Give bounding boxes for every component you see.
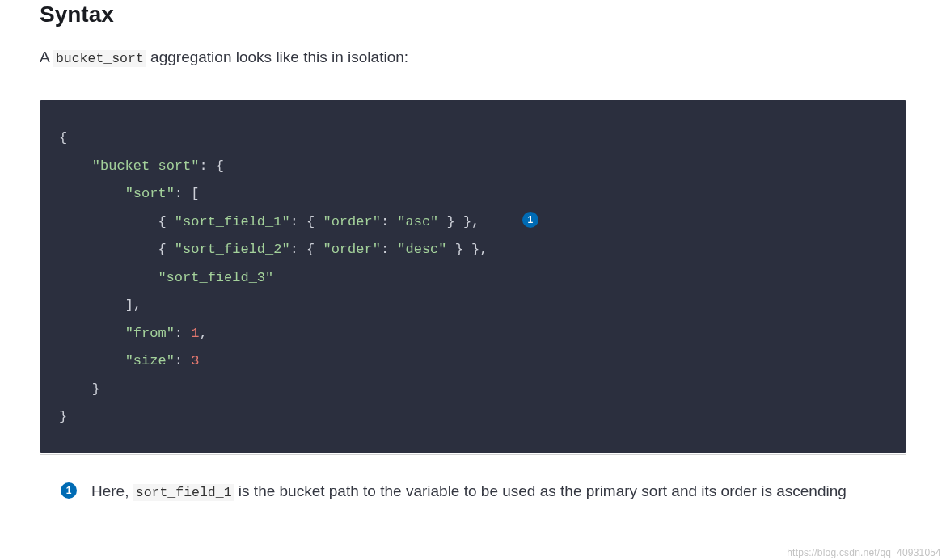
intro-prefix: A (40, 48, 53, 65)
code-line: "sort": [ (59, 180, 887, 208)
code-line: "size": 3 (59, 347, 887, 376)
footnote-text: Here, sort_field_1 is the bucket path to… (91, 479, 847, 503)
code-line: "bucket_sort": { (59, 153, 887, 181)
callout-badge[interactable]: 1 (522, 212, 538, 228)
code-line: "from": 1, (59, 320, 887, 348)
code-line: { (59, 124, 887, 153)
code-pre: { "bucket_sort": { "sort": [ { "sort_fie… (59, 124, 887, 432)
code-line: { "sort_field_2": { "order": "desc" } }, (59, 236, 887, 264)
code-line: } (59, 376, 887, 404)
intro-code: bucket_sort (53, 50, 146, 67)
footnote-badge[interactable]: 1 (61, 482, 77, 499)
code-line: { "sort_field_1": { "order": "asc" } }, … (59, 208, 887, 237)
footnotes: 1Here, sort_field_1 is the bucket path t… (40, 479, 906, 503)
footnote-code: sort_field_1 (133, 484, 234, 501)
section-title: Syntax (40, 0, 906, 27)
code-block: { "bucket_sort": { "sort": [ { "sort_fie… (40, 100, 906, 453)
intro-suffix: aggregation looks like this in isolation… (146, 48, 408, 65)
code-line: } (59, 403, 887, 432)
intro-paragraph: A bucket_sort aggregation looks like thi… (40, 45, 906, 69)
code-line: "sort_field_3" (59, 264, 887, 293)
code-block-divider (40, 454, 906, 455)
footnote-row: 1Here, sort_field_1 is the bucket path t… (40, 479, 906, 503)
code-line: ], (59, 292, 887, 320)
watermark: https://blog.csdn.net/qq_40931054 (787, 547, 941, 558)
